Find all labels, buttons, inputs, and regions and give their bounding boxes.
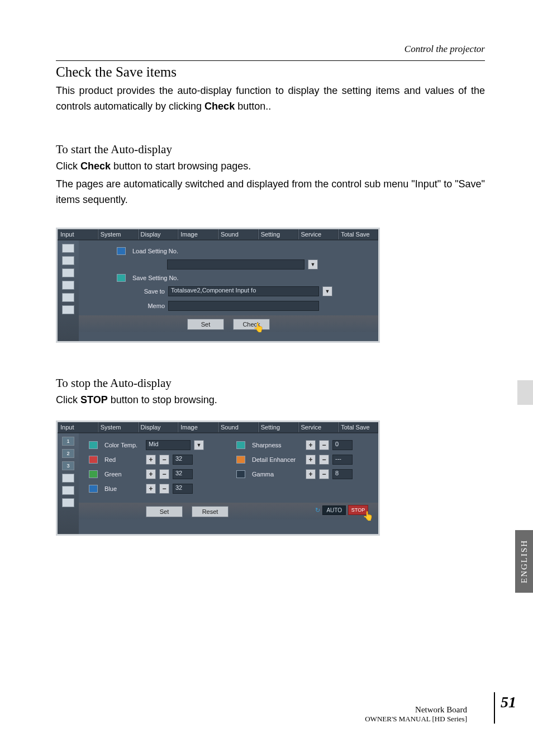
memo-input[interactable] <box>168 301 319 311</box>
save-icon <box>117 274 126 282</box>
minus-button[interactable]: − <box>159 469 169 479</box>
minus-button[interactable]: − <box>319 469 329 479</box>
osd2-left-thumbs: 1 2 3 <box>58 433 79 534</box>
load-label: Load Setting No. <box>132 248 184 254</box>
section3-line1c: button to stop browsing. <box>108 394 217 405</box>
memo-label: Memo <box>135 303 165 309</box>
green-icon <box>89 470 98 478</box>
osd-left-thumbs <box>58 240 79 341</box>
saveto-dropdown[interactable]: Totalsave2,Component Input fo <box>168 286 319 296</box>
thumb[interactable] <box>62 256 74 265</box>
blue-label: Blue <box>104 485 142 492</box>
colortemp-dropdown[interactable]: Mid <box>146 440 191 450</box>
detail-value[interactable]: --- <box>332 455 353 465</box>
page-edge-tab <box>517 380 533 405</box>
set-button[interactable]: Set <box>187 319 224 330</box>
osd-panel-image: Input System Display Image Sound Setting… <box>56 420 380 536</box>
thumb[interactable] <box>62 498 74 507</box>
thumb-2[interactable]: 2 <box>62 449 74 458</box>
red-icon <box>89 456 98 464</box>
section2-line1b: Check <box>80 160 111 172</box>
tab-input[interactable]: Input <box>58 422 98 432</box>
tab-display[interactable]: Display <box>138 229 178 239</box>
detail-icon <box>236 456 245 464</box>
load-icon <box>117 247 126 255</box>
tab-sound[interactable]: Sound <box>218 422 258 432</box>
header-rule <box>56 60 485 61</box>
thumb-3[interactable]: 3 <box>62 461 74 470</box>
osd-tabs: Input System Display Image Sound Setting… <box>58 229 378 240</box>
tab-input[interactable]: Input <box>58 229 98 239</box>
section1-title: Check the Save items <box>56 64 485 80</box>
sharpness-label: Sharpness <box>252 442 302 448</box>
sharpness-icon <box>236 441 245 449</box>
tab-system[interactable]: System <box>98 229 138 239</box>
section3-line1a: Click <box>56 394 80 405</box>
chevron-down-icon[interactable]: ▼ <box>322 286 332 296</box>
minus-button[interactable]: − <box>159 484 169 494</box>
sharpness-value[interactable]: 0 <box>332 440 353 450</box>
auto-label: AUTO <box>322 505 346 515</box>
red-label: Red <box>104 456 142 463</box>
saveto-label: Save to <box>135 288 165 295</box>
osd2-tabs: Input System Display Image Sound Setting… <box>58 422 378 433</box>
footer-line2: OWNER'S MANUAL [HD Series] <box>365 715 467 724</box>
plus-button[interactable]: + <box>146 455 156 465</box>
plus-button[interactable]: + <box>146 469 156 479</box>
blue-icon <box>89 485 98 493</box>
plus-button[interactable]: + <box>146 484 156 494</box>
thumb[interactable] <box>62 486 74 495</box>
detail-label: Detail Enhancer <box>252 456 302 463</box>
thumb[interactable] <box>62 244 74 253</box>
tab-image[interactable]: Image <box>178 229 218 239</box>
section1-para: This product provides the auto-display f… <box>56 83 485 115</box>
blue-value[interactable]: 32 <box>173 484 193 494</box>
footer-line1: Network Board <box>365 705 467 715</box>
thumb[interactable] <box>62 474 74 483</box>
thumb[interactable] <box>62 268 74 277</box>
tab-service[interactable]: Service <box>298 422 339 432</box>
tab-setting[interactable]: Setting <box>258 422 298 432</box>
page-number: 51 <box>494 692 516 724</box>
minus-button[interactable]: − <box>319 455 329 465</box>
red-value[interactable]: 32 <box>173 455 193 465</box>
tab-display[interactable]: Display <box>138 422 178 432</box>
green-value[interactable]: 32 <box>173 469 193 479</box>
tab-service[interactable]: Service <box>298 229 339 239</box>
minus-button[interactable]: − <box>319 440 329 450</box>
minus-button[interactable]: − <box>159 455 169 465</box>
plus-button[interactable]: + <box>306 440 316 450</box>
thumb[interactable] <box>62 305 74 314</box>
gamma-icon <box>236 470 245 478</box>
section2-title: To start the Auto-display <box>56 143 485 157</box>
stop-button[interactable]: STOP <box>348 505 368 515</box>
header-section: Control the projector <box>56 44 485 55</box>
thumb[interactable] <box>62 281 74 290</box>
osd-panel-save: Input System Display Image Sound Setting… <box>56 228 380 343</box>
tab-system[interactable]: System <box>98 422 138 432</box>
tab-totalsave[interactable]: Total Save <box>338 229 378 239</box>
tab-image[interactable]: Image <box>178 422 218 432</box>
colortemp-icon <box>89 441 98 449</box>
chevron-down-icon[interactable]: ▼ <box>194 440 204 450</box>
section1-para-b: button.. <box>235 101 271 112</box>
plus-button[interactable]: + <box>306 469 316 479</box>
gamma-label: Gamma <box>252 471 302 478</box>
thumb-1[interactable]: 1 <box>62 437 74 446</box>
tab-totalsave[interactable]: Total Save <box>338 422 378 432</box>
load-dropdown[interactable] <box>167 259 304 270</box>
gamma-value[interactable]: 8 <box>332 469 353 479</box>
set-button[interactable]: Set <box>146 506 183 517</box>
language-tab: ENGLISH <box>515 530 533 593</box>
section1-bold: Check <box>204 101 235 112</box>
green-label: Green <box>104 471 142 478</box>
plus-button[interactable]: + <box>306 455 316 465</box>
tab-sound[interactable]: Sound <box>218 229 258 239</box>
colortemp-label: Color Temp. <box>104 442 142 448</box>
check-button[interactable]: Check <box>233 319 270 330</box>
chevron-down-icon[interactable]: ▼ <box>308 259 318 270</box>
tab-setting[interactable]: Setting <box>258 229 298 239</box>
reset-button[interactable]: Reset <box>192 506 229 517</box>
refresh-icon: ↻ <box>315 507 320 514</box>
thumb[interactable] <box>62 293 74 302</box>
